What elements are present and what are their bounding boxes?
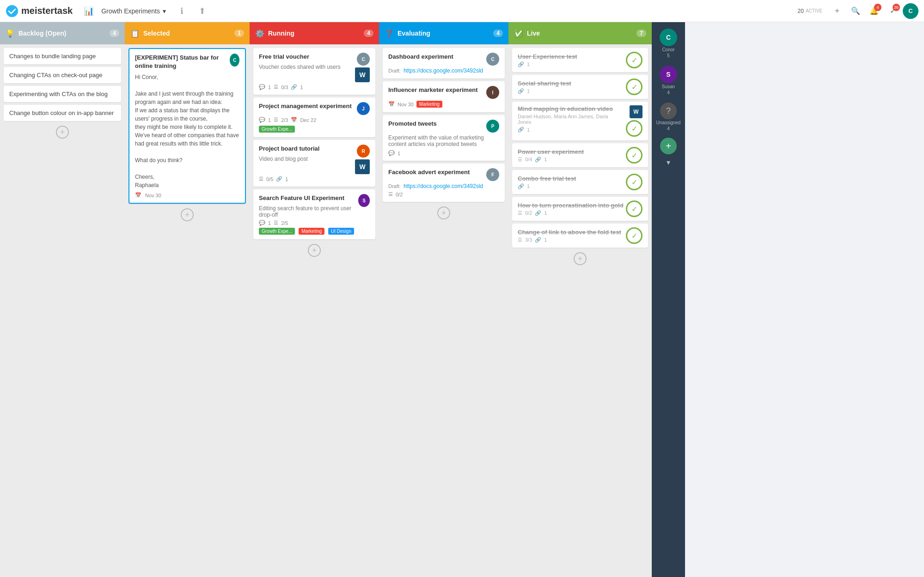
draft-label: Draft: [388, 68, 401, 73]
attachment-icon: 🔗 [518, 127, 524, 133]
top-navigation: meistertask 📊 Growth Experiments ▾ ℹ ⬆ 2… [0, 0, 924, 22]
backlog-icon: 💡 [6, 29, 15, 38]
card-content: Social sharing test 🔗 1 [518, 80, 626, 94]
chevron-down-icon: ▾ [163, 7, 166, 15]
card-header: Facebook advert experiment F [388, 168, 499, 181]
card-subtitle: Experiment with the value of marketing c… [388, 134, 499, 147]
list-item[interactable]: Search Feature UI Experiment Editing sea… [253, 189, 375, 239]
live-body: User Experience test 🔗 1 ✓ Social sharin… [508, 44, 652, 577]
comment-count: 1 [398, 151, 400, 156]
bell-button[interactable]: 🔔 4 [866, 3, 882, 19]
attachment-count: 1 [285, 176, 288, 182]
card-header: Search Feature UI Experiment Editing sea… [259, 194, 370, 218]
add-backlog-button[interactable]: + [56, 126, 69, 139]
avatar: C [660, 29, 677, 46]
list-item[interactable]: Power user experiment ☰ 0/4 🔗 1 ✓ [512, 143, 648, 167]
sidebar-user-conor[interactable]: C Conor 5 [660, 26, 677, 61]
complete-icon: ✓ [626, 120, 643, 137]
card-title: Free trial voucher [259, 53, 341, 61]
user-name: Susan [662, 84, 675, 89]
marketing-tag: Marketing [416, 101, 442, 108]
list-item[interactable]: Change button colour on in-app banner [4, 105, 121, 121]
selected-icon: 📋 [130, 29, 140, 38]
column-running: ⚙️ Running 4 Free trial voucher Voucher … [250, 22, 379, 577]
card-tags: Growth Expe... [259, 126, 370, 133]
list-item[interactable]: Project board tutorial Video and blog po… [253, 140, 375, 187]
card-title: Project management experiment [259, 102, 352, 110]
list-item[interactable]: Dashboard experiment C Draft: https://do… [383, 48, 505, 79]
project-selector[interactable]: Growth Experiments ▾ [98, 6, 170, 17]
card-meta: 💬1 ☰2/5 [259, 220, 370, 226]
list-item[interactable]: Project management experiment J 💬1 ☰2/3 … [253, 97, 375, 137]
backlog-label: Backlog (Open) [18, 30, 66, 37]
checklist-count: 2/5 [281, 220, 288, 226]
attachment-count: 1 [527, 88, 530, 94]
card-meta: Draft: https://docs.google.com/3492sld [388, 183, 499, 189]
add-member-button[interactable]: + [660, 138, 677, 154]
comment-count: 1 [268, 85, 271, 90]
list-item[interactable]: Experimenting with CTAs on the blog [4, 86, 121, 102]
avatar: F [486, 168, 499, 181]
app-logo[interactable]: meistertask [6, 5, 73, 18]
attachment-count: 1 [300, 85, 303, 90]
user-avatar[interactable]: C [903, 3, 918, 19]
list-item[interactable]: Changes to bundle landing page [4, 48, 121, 64]
list-item[interactable]: Change of link to above the fold test ☰ … [512, 224, 648, 248]
card-title: Promoted tweets [388, 120, 437, 128]
checklist-icon: ☰ [518, 157, 522, 163]
list-item[interactable]: How to turn procrastination into gold ☰ … [512, 197, 648, 221]
column-live: ✅ Live 7 User Experience test 🔗 1 ✓ Soc [508, 22, 652, 577]
list-item[interactable]: [EXPERIMENT] Status bar for online train… [129, 48, 246, 204]
card-meta: ☰ 3/3 🔗 1 [518, 237, 626, 243]
info-button[interactable]: ℹ [173, 3, 190, 19]
list-item[interactable]: Promoted tweets P Experiment with the va… [383, 115, 505, 161]
card-date: Nov 30 [145, 193, 161, 198]
backlog-header: 💡 Backlog (Open) 4 [0, 22, 125, 44]
avatar: P [486, 120, 499, 133]
growth-tag: Growth Expe... [259, 126, 295, 133]
add-live-button[interactable]: + [574, 252, 587, 265]
card-title: User Experience test [518, 53, 626, 60]
check-button[interactable]: ✓ 36 [884, 3, 901, 19]
attachment-count: 1 [527, 183, 530, 189]
list-item[interactable]: Changing CTAs on check-out page [4, 67, 121, 83]
active-count-button[interactable]: 20 ACTIVE [793, 6, 827, 16]
list-item[interactable]: Influencer marketer experiment I 📅 Nov 3… [383, 81, 505, 112]
checklist-icon: ☰ [518, 210, 522, 216]
add-button[interactable]: ＋ [829, 3, 845, 19]
list-item[interactable]: Facebook advert experiment F Draft: http… [383, 164, 505, 202]
live-header: ✅ Live 7 [508, 22, 652, 44]
add-selected-button[interactable]: + [181, 208, 194, 221]
bell-badge: 4 [874, 4, 881, 11]
search-button[interactable]: 🔍 [847, 3, 864, 19]
expand-sidebar-button[interactable]: ▾ [665, 156, 672, 169]
sidebar-user-susan[interactable]: S Susan 4 [660, 63, 677, 98]
list-item[interactable]: User Experience test 🔗 1 ✓ [512, 48, 648, 72]
selected-body: [EXPERIMENT] Status bar for online train… [125, 44, 250, 577]
add-running-button[interactable]: + [308, 244, 321, 257]
share-button[interactable]: ⬆ [194, 3, 210, 19]
list-item[interactable]: Free trial voucher Voucher codes shared … [253, 48, 375, 95]
complete-icon: ✓ [626, 227, 643, 244]
comment-count: 1 [268, 117, 271, 123]
card-meta: 🔗 1 [518, 88, 626, 94]
draft-link[interactable]: https://docs.google.com/3492sld [404, 67, 483, 74]
card-content: User Experience test 🔗 1 [518, 53, 626, 67]
card-title: Change of link to above the fold test [518, 229, 626, 236]
sidebar-user-unassigned[interactable]: ? Unassigned 4 [656, 100, 681, 134]
list-item[interactable]: Social sharing test 🔗 1 ✓ [512, 75, 648, 99]
attachment-icon: 🔗 [518, 88, 524, 94]
list-item[interactable]: Combo free trial test 🔗 1 ✓ [512, 170, 648, 194]
card-title: Influencer marketer experiment [388, 86, 478, 94]
growth-tag: Growth Expe... [259, 228, 295, 235]
draft-link[interactable]: https://docs.google.com/3492sld [404, 183, 483, 189]
avatar: J [357, 102, 370, 115]
card-meta: ☰ 0/2 🔗 1 [518, 210, 626, 216]
list-item[interactable]: Mind mapping in education video Daniel H… [512, 102, 648, 140]
card-title: Change button colour on in-app banner [9, 109, 114, 116]
project-name: Growth Experiments [101, 7, 160, 15]
card-header: Promoted tweets P [388, 120, 499, 133]
complete-icon: ✓ [626, 147, 643, 164]
comment-icon: 💬 [259, 220, 265, 226]
add-evaluating-button[interactable]: + [437, 207, 450, 219]
